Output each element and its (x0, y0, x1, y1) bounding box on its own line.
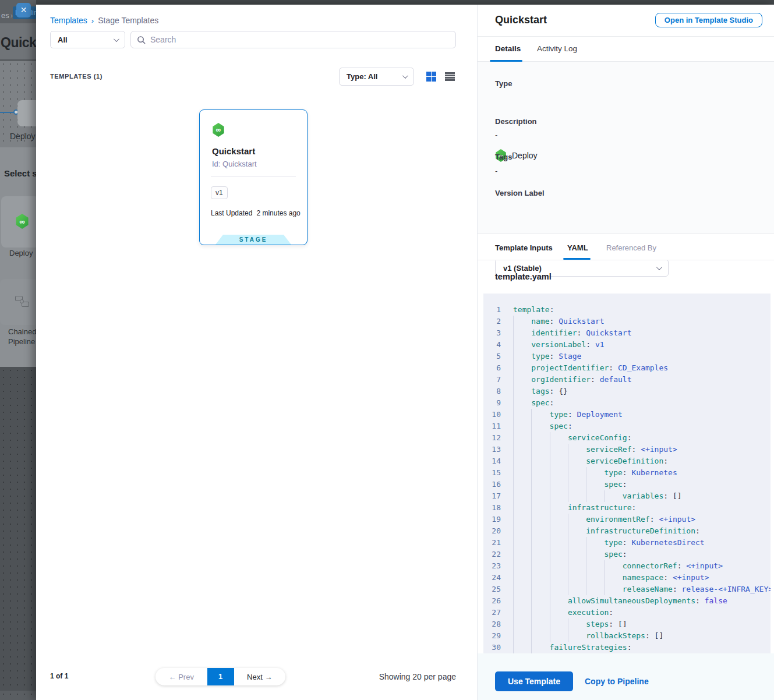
indent-guide (550, 595, 568, 607)
details-title: Quickstart (495, 14, 547, 26)
yaml-line: 6projectIdentifier: CD_Examples (483, 362, 771, 374)
stage-option-chained-label-1: Chained (8, 327, 36, 336)
template-selector-drawer: Templates›Stage Templates All TEMPLATES … (36, 5, 774, 700)
stage-option-deploy: ∞ (1, 196, 40, 248)
yaml-line-number: 29 (483, 630, 501, 642)
indent-guide (550, 444, 568, 455)
scrollbar-track[interactable] (771, 294, 774, 653)
indent-guide (531, 467, 549, 479)
yaml-line: 18infrastructure: (483, 502, 771, 514)
select-stage-heading: Select stage (4, 168, 36, 178)
search-box[interactable] (130, 31, 456, 48)
use-template-button[interactable]: Use Template (495, 671, 573, 691)
indent-guide (604, 490, 622, 502)
yaml-line-number: 12 (483, 432, 501, 444)
indent-guide (568, 572, 586, 584)
search-input[interactable] (150, 35, 450, 44)
indent-guide (513, 607, 531, 618)
indent-guide (513, 455, 531, 467)
grid-view-icon[interactable] (426, 72, 436, 82)
chevron-down-icon (114, 36, 119, 42)
yaml-line: 28steps: [] (483, 618, 771, 630)
tab-activity-log[interactable]: Activity Log (537, 44, 577, 53)
yaml-line: 12serviceConfig: (483, 432, 771, 444)
version-badge: v1 (211, 186, 228, 199)
list-view-icon[interactable] (445, 72, 455, 82)
yaml-line-number: 6 (483, 362, 501, 374)
yaml-line-number: 30 (483, 642, 501, 653)
yaml-line: 17variables: [] (483, 490, 771, 502)
prev-page-button[interactable]: ← Prev (155, 673, 207, 681)
indent-guide (568, 514, 586, 525)
yaml-line-number: 21 (483, 537, 501, 549)
scope-filter-select[interactable]: All (50, 31, 125, 48)
type-filter-select[interactable]: Type: All (339, 68, 414, 86)
tab-details[interactable]: Details (495, 44, 521, 53)
pipeline-edge (0, 112, 14, 113)
yaml-line: 14serviceDefinition: (483, 455, 771, 467)
indent-guide (513, 642, 531, 653)
background-breadcrumb: es› (1, 11, 14, 20)
yaml-line: 29rollbackSteps: [] (483, 630, 771, 642)
indent-guide (513, 514, 531, 525)
background-page-title: Quickstart (1, 35, 36, 51)
indent-guide (550, 490, 568, 502)
indent-guide (586, 490, 604, 502)
stage-option-chained-label-2: Pipeline (8, 337, 36, 346)
tab-referenced-by[interactable]: Referenced By (606, 243, 656, 252)
yaml-line-number: 3 (483, 327, 501, 339)
tab-template-inputs[interactable]: Template Inputs (495, 243, 553, 252)
indent-guide (513, 444, 531, 455)
deploy-hexagon-icon: ∞ (212, 123, 225, 137)
yaml-line-number: 25 (483, 584, 501, 595)
indent-guide (568, 630, 586, 642)
select-stage-popover: Select stage ∞ Deploy Chained Pipeline (0, 147, 36, 367)
chevron-right-icon: › (91, 16, 94, 25)
indent-guide (531, 432, 549, 444)
tab-yaml[interactable]: YAML (567, 243, 588, 252)
open-in-template-studio-button[interactable]: Open in Template Studio (655, 13, 762, 27)
breadcrumb-templates-link[interactable]: Templates (50, 16, 87, 25)
yaml-line: 24namespace: <+input> (483, 572, 771, 584)
yaml-line-number: 14 (483, 455, 501, 467)
indent-guide (568, 549, 586, 560)
indent-guide (513, 595, 531, 607)
indent-guide (513, 327, 531, 339)
indent-guide (531, 420, 549, 432)
type-filter-value: Type: All (347, 72, 377, 81)
indent-guide (568, 444, 586, 455)
yaml-line-number: 13 (483, 444, 501, 455)
indent-guide (513, 525, 531, 537)
indent-guide (513, 584, 531, 595)
indent-guide (531, 560, 549, 572)
indent-guide (550, 584, 568, 595)
template-card-quickstart[interactable]: ∞ Quickstart Id: Quickstart v1 Last Upda… (199, 109, 308, 245)
yaml-line-number: 18 (483, 502, 501, 514)
chevron-down-icon (656, 264, 662, 270)
indent-guide (568, 525, 586, 537)
yaml-line: 2name: Quickstart (483, 316, 771, 327)
indent-guide (531, 607, 549, 618)
indent-guide (513, 362, 531, 374)
indent-guide (513, 490, 531, 502)
indent-guide (568, 490, 586, 502)
template-details-panel: Quickstart Open in Template Studio Detai… (477, 5, 774, 700)
yaml-line: 15type: Kubernetes (483, 467, 771, 479)
current-page-button[interactable]: 1 (207, 668, 234, 685)
yaml-line-number: 4 (483, 339, 501, 351)
indent-guide (513, 339, 531, 351)
indent-guide (513, 572, 531, 584)
close-drawer-button[interactable]: ✕ (16, 3, 31, 17)
next-page-button[interactable]: Next → (234, 673, 286, 681)
indent-guide (513, 386, 531, 397)
version-select-value: v1 (Stable) (503, 264, 542, 273)
yaml-line-number: 28 (483, 618, 501, 630)
yaml-code-viewer[interactable]: 1template:2name: Quickstart3identifier: … (483, 294, 771, 653)
copy-to-pipeline-button[interactable]: Copy to Pipeline (585, 677, 649, 686)
indent-guide (513, 409, 531, 420)
indent-guide (568, 584, 586, 595)
description-value: - (495, 130, 497, 139)
indent-guide (531, 537, 549, 549)
arrow-left-icon: ← (169, 673, 176, 681)
stage-type-badge: STAGE (215, 235, 291, 245)
